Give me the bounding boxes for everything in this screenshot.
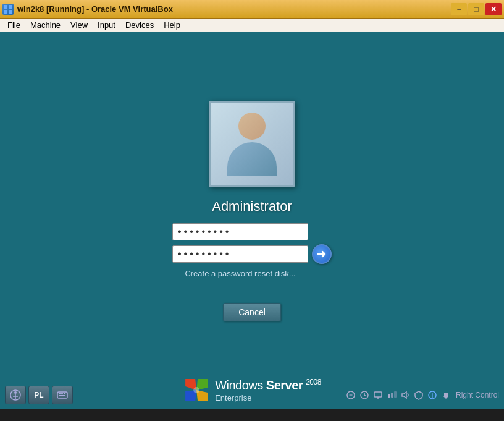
password-row-1 bbox=[172, 223, 308, 240]
svg-rect-1 bbox=[9, 5, 12, 9]
app-icon bbox=[2, 4, 14, 15]
taskbar: PL bbox=[0, 381, 504, 409]
avatar-head bbox=[238, 113, 266, 140]
tray-network2-icon[interactable] bbox=[385, 389, 398, 401]
svg-rect-3 bbox=[9, 10, 12, 14]
windows-orb-icon bbox=[183, 376, 210, 404]
svg-rect-21 bbox=[388, 394, 390, 398]
tray-display-icon[interactable] bbox=[372, 389, 384, 401]
close-button[interactable]: ✕ bbox=[485, 3, 502, 15]
submit-button[interactable] bbox=[312, 244, 332, 264]
svg-rect-9 bbox=[59, 393, 61, 394]
confirm-password-input[interactable] bbox=[172, 245, 308, 263]
title-bar-left: win2k8 [Running] - Oracle VM VirtualBox bbox=[2, 4, 173, 15]
menu-file[interactable]: File bbox=[2, 19, 25, 31]
title-bar-text: win2k8 [Running] - Oracle VM VirtualBox bbox=[17, 4, 173, 14]
username-label: Administrator bbox=[212, 198, 292, 215]
password-row-2 bbox=[172, 244, 332, 264]
svg-rect-10 bbox=[61, 393, 63, 394]
tray-windows-update-icon[interactable]: i bbox=[426, 389, 439, 401]
avatar-body bbox=[227, 142, 277, 176]
windows-logo: Windows Server 2008 Enterprise bbox=[183, 376, 321, 404]
menu-view[interactable]: View bbox=[65, 19, 93, 31]
vm-screen: Administrator Create a password reset di… bbox=[0, 32, 504, 409]
svg-rect-22 bbox=[391, 393, 393, 398]
user-avatar bbox=[209, 101, 295, 187]
ease-of-access-button[interactable] bbox=[5, 386, 26, 404]
menu-help[interactable]: Help bbox=[159, 19, 185, 31]
password-input[interactable] bbox=[172, 223, 308, 240]
svg-line-17 bbox=[364, 395, 366, 396]
fields-container: Create a password reset disk... bbox=[172, 223, 332, 278]
cancel-button[interactable]: Cancel bbox=[223, 303, 281, 321]
windows-logo-row: Windows Server 2008 Enterprise bbox=[183, 376, 321, 404]
title-bar: win2k8 [Running] - Oracle VM VirtualBox … bbox=[0, 0, 504, 19]
system-tray: i Right Control bbox=[345, 389, 499, 401]
tray-network-icon[interactable] bbox=[345, 389, 357, 401]
menu-input[interactable]: Input bbox=[93, 19, 120, 31]
title-bar-controls: − □ ✕ bbox=[451, 3, 502, 15]
windows-text: Windows Server 2008 Enterprise bbox=[215, 378, 321, 402]
taskbar-left: PL bbox=[5, 386, 73, 404]
tray-volume-icon[interactable] bbox=[399, 389, 411, 401]
menu-devices[interactable]: Devices bbox=[120, 19, 159, 31]
windows-product-name: Windows Server 2008 bbox=[215, 378, 321, 393]
minimize-button[interactable]: − bbox=[451, 3, 467, 15]
svg-point-5 bbox=[14, 391, 17, 394]
reset-disk-link[interactable]: Create a password reset disk... bbox=[172, 269, 308, 278]
right-control-label: Right Control bbox=[456, 391, 499, 399]
svg-marker-24 bbox=[402, 392, 406, 398]
login-container: Administrator Create a password reset di… bbox=[172, 101, 332, 321]
tray-arrow-icon[interactable] bbox=[440, 389, 452, 401]
menu-machine[interactable]: Machine bbox=[25, 19, 65, 31]
language-button[interactable]: PL bbox=[28, 386, 49, 404]
svg-rect-23 bbox=[394, 391, 397, 398]
svg-point-13 bbox=[193, 387, 200, 393]
svg-rect-12 bbox=[59, 395, 65, 396]
tray-clock-icon[interactable] bbox=[358, 389, 371, 401]
svg-marker-27 bbox=[443, 393, 449, 399]
svg-text:i: i bbox=[432, 393, 434, 399]
svg-rect-11 bbox=[64, 393, 65, 394]
svg-rect-2 bbox=[4, 10, 7, 14]
maximize-button[interactable]: □ bbox=[468, 3, 484, 15]
svg-rect-18 bbox=[374, 392, 382, 397]
menu-bar: File Machine View Input Devices Help bbox=[0, 19, 504, 32]
tray-security-icon[interactable] bbox=[413, 389, 425, 401]
svg-rect-0 bbox=[4, 5, 7, 9]
keyboard-button[interactable] bbox=[52, 386, 73, 404]
windows-edition: Enterprise bbox=[215, 393, 321, 402]
avatar-figure bbox=[227, 113, 277, 176]
